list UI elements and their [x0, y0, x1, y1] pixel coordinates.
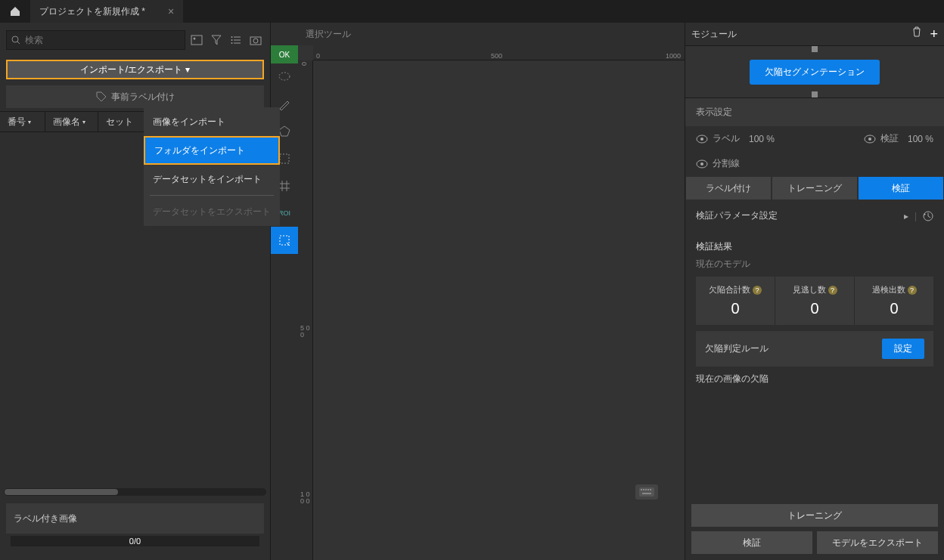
- svg-point-9: [231, 42, 233, 44]
- svg-rect-2: [191, 36, 202, 45]
- chevron-down-icon: ▾: [185, 64, 190, 75]
- tool-status: 選択ツール: [271, 23, 685, 45]
- svg-point-0: [12, 36, 18, 42]
- mode-tabs: ラベル付け トレーニング 検証: [685, 176, 944, 200]
- lasso-tool-icon[interactable]: [271, 63, 298, 91]
- rule-settings-button[interactable]: 設定: [882, 339, 924, 359]
- select-tool-icon[interactable]: [271, 227, 298, 254]
- svg-point-11: [253, 39, 258, 43]
- svg-rect-23: [647, 489, 649, 490]
- left-panel: インポート/エクスポート ▾ 事前ラベル付け 番号▾ 画像名▾ セット 画像をイ…: [0, 23, 270, 560]
- svg-rect-19: [639, 487, 654, 497]
- validate-button[interactable]: 検証: [691, 531, 812, 554]
- import-export-menu: 画像をインポート フォルダをインポート データセットをインポート データセットを…: [144, 107, 280, 226]
- help-icon[interactable]: ?: [753, 286, 762, 295]
- image-filter-icon[interactable]: [188, 32, 205, 48]
- validation-params-header[interactable]: 検証パラメータ設定 ▸ |: [696, 209, 933, 222]
- toggle-label-visibility[interactable]: ラベル 100 %: [696, 132, 775, 145]
- column-no[interactable]: 番号▾: [0, 112, 45, 131]
- module-header: モジュール +: [685, 23, 944, 45]
- keyboard-icon[interactable]: [635, 484, 658, 500]
- svg-point-27: [700, 138, 703, 141]
- help-icon[interactable]: ?: [828, 286, 837, 295]
- svg-point-31: [700, 162, 703, 166]
- training-button[interactable]: トレーニング: [691, 504, 938, 527]
- module-graph: 欠陥セグメンテーション: [685, 45, 944, 98]
- pre-label-button[interactable]: 事前ラベル付け: [6, 85, 264, 108]
- trash-icon[interactable]: [911, 26, 922, 42]
- tab-labeling[interactable]: ラベル付け: [686, 177, 771, 200]
- export-model-button[interactable]: モデルをエクスポート: [817, 531, 938, 554]
- tab-validation[interactable]: 検証: [859, 177, 943, 200]
- import-export-button[interactable]: インポート/エクスポート ▾: [6, 60, 264, 79]
- tab-training[interactable]: トレーニング: [772, 177, 857, 200]
- toggle-splitline-visibility[interactable]: 分割線: [696, 157, 740, 170]
- current-model-label: 現在のモデル: [696, 258, 933, 271]
- list-icon[interactable]: [228, 32, 244, 48]
- svg-line-1: [17, 42, 20, 44]
- tab-title: プロジェクトを新規作成 *: [39, 5, 145, 18]
- menu-import-images[interactable]: 画像をインポート: [144, 107, 280, 136]
- labeled-images-section: ラベル付き画像: [6, 503, 264, 534]
- svg-point-3: [194, 37, 196, 39]
- close-icon[interactable]: ×: [168, 5, 174, 17]
- tag-icon: [96, 91, 107, 102]
- search-input[interactable]: [6, 30, 185, 50]
- svg-rect-20: [641, 489, 642, 490]
- menu-import-dataset[interactable]: データセットをインポート: [144, 165, 280, 193]
- svg-rect-24: [650, 489, 651, 490]
- vertical-ruler: 0 5 0 0 1 0 0 0: [298, 60, 313, 560]
- search-field[interactable]: [25, 35, 180, 45]
- menu-export-dataset: データセットをエクスポート: [144, 197, 280, 226]
- add-icon[interactable]: +: [930, 26, 938, 42]
- eye-icon: [696, 159, 708, 169]
- display-settings-header: 表示設定: [685, 98, 944, 126]
- project-tab[interactable]: プロジェクトを新規作成 * ×: [30, 0, 184, 23]
- horizontal-ruler: 0 500 1000: [313, 45, 685, 60]
- column-name[interactable]: 画像名▾: [45, 112, 98, 131]
- titlebar: プロジェクトを新規作成 * ×: [0, 0, 944, 23]
- canvas-panel: 選択ツール OK ROI 0 500 1000 0: [270, 23, 685, 560]
- right-panel: モジュール + 欠陥セグメンテーション 表示設定 ラベル 100 % 検証 10…: [685, 23, 944, 560]
- svg-point-7: [231, 36, 233, 38]
- svg-rect-13: [280, 154, 289, 163]
- help-icon[interactable]: ?: [908, 286, 917, 295]
- horizontal-scrollbar[interactable]: [4, 488, 266, 496]
- eye-icon: [696, 135, 708, 144]
- toggle-verify-visibility[interactable]: 検証 100 %: [864, 132, 933, 145]
- home-icon[interactable]: [0, 0, 30, 23]
- canvas[interactable]: 0 500 1000 0 5 0 0 1 0 0 0: [298, 45, 685, 560]
- results-title: 検証結果: [696, 240, 933, 253]
- svg-rect-21: [643, 489, 644, 490]
- current-image-defects-label: 現在の画像の欠陥: [696, 373, 933, 385]
- camera-icon[interactable]: [247, 32, 264, 48]
- progress-bar: 0/0: [11, 536, 259, 546]
- module-node-defect-segmentation[interactable]: 欠陥セグメンテーション: [750, 60, 880, 85]
- chevron-right-icon: ▸: [904, 211, 908, 221]
- defect-rule-row: 欠陥判定ルール 設定: [696, 331, 933, 367]
- eye-icon: [864, 135, 876, 144]
- ok-button[interactable]: OK: [271, 45, 298, 63]
- metrics: 欠陥合計数? 0 見逃し数? 0 過検出数? 0: [696, 277, 933, 325]
- menu-import-folder[interactable]: フォルダをインポート: [144, 136, 280, 165]
- history-icon[interactable]: [923, 211, 933, 221]
- funnel-icon[interactable]: [208, 32, 225, 48]
- svg-point-29: [868, 138, 871, 141]
- svg-rect-22: [645, 489, 647, 490]
- svg-point-8: [231, 39, 233, 41]
- svg-point-12: [279, 73, 290, 80]
- svg-rect-25: [642, 493, 651, 494]
